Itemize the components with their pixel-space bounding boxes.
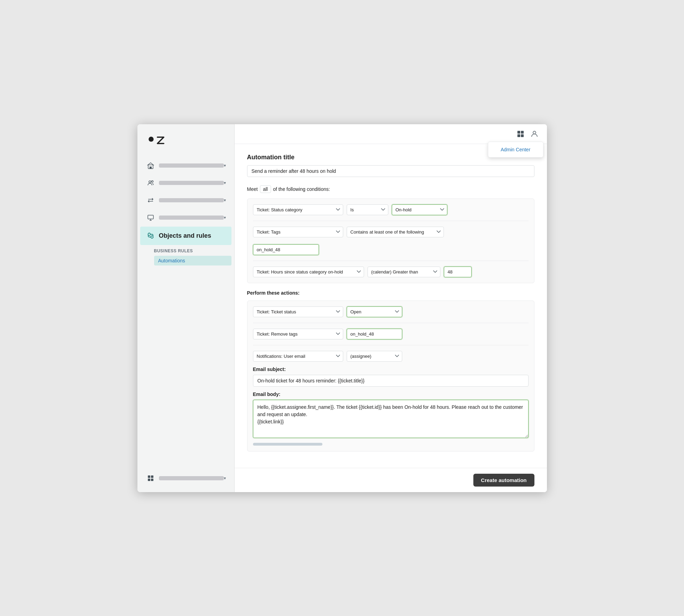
monitor-icon: [146, 213, 155, 222]
nav-label-bar: [159, 163, 224, 168]
sidebar-subnav: Business rules Automations: [137, 246, 234, 266]
bottom-bar: Create automation: [235, 468, 547, 492]
action-divider-2: [253, 345, 529, 345]
sidebar-subnav-automations[interactable]: Automations: [154, 256, 231, 265]
sidebar-item-workspaces[interactable]: ▾: [140, 209, 231, 226]
svg-rect-2: [150, 167, 152, 169]
condition-1-field[interactable]: Ticket: Status category: [253, 204, 343, 215]
building-icon: [146, 161, 155, 170]
email-body-label: Email body:: [253, 391, 529, 397]
svg-rect-9: [151, 475, 153, 478]
email-subject-label: Email subject:: [253, 366, 529, 372]
svg-rect-12: [517, 131, 520, 134]
create-automation-button[interactable]: Create automation: [473, 474, 534, 487]
action-1-field[interactable]: Ticket: Ticket status: [253, 306, 343, 317]
actions-header: Perform these actions:: [247, 290, 534, 296]
svg-rect-8: [148, 475, 150, 478]
scrollbar-placeholder: [253, 443, 322, 446]
conditions-all-badge[interactable]: all: [260, 185, 271, 193]
chevron-down-icon: ▾: [224, 215, 226, 220]
action-2-tag-input[interactable]: [347, 329, 402, 339]
condition-row-1: Ticket: Status category Is On-hold: [253, 204, 529, 215]
actions-block: Ticket: Ticket status Open Ticket: Remov…: [247, 301, 534, 452]
condition-divider-1: [253, 221, 529, 221]
sidebar-item-objects-rules[interactable]: Objects and rules: [140, 227, 231, 245]
condition-2-tag-input[interactable]: [253, 244, 319, 255]
action-1-value[interactable]: Open: [347, 306, 402, 317]
automation-title-input[interactable]: [247, 165, 534, 177]
form-area: Automation title Meet all of the followi…: [235, 144, 547, 468]
svg-rect-11: [151, 479, 153, 481]
svg-point-7: [151, 236, 153, 238]
svg-rect-14: [517, 134, 520, 137]
svg-point-16: [533, 131, 536, 134]
sidebar: ▾ ▾ ▾: [137, 124, 235, 492]
svg-rect-10: [148, 479, 150, 481]
apps-icon: [146, 473, 155, 483]
condition-2-tag-row: [253, 242, 529, 255]
condition-divider-2: [253, 261, 529, 261]
grid-icon: [517, 130, 524, 138]
chevron-down-icon: ▾: [224, 476, 226, 481]
chevron-down-icon: ▾: [224, 198, 226, 203]
action-3-field[interactable]: Notifications: User email: [253, 351, 343, 362]
sidebar-item-apps[interactable]: ▾: [140, 470, 231, 487]
nav-label-bar: [159, 476, 224, 480]
subnav-business-rules-header: Business rules: [154, 246, 231, 255]
email-body-textarea[interactable]: Hello, {{ticket.assignee.first_name}}. T…: [253, 400, 529, 438]
condition-3-operator[interactable]: (calendar) Greater than: [368, 267, 440, 277]
condition-row-2: Ticket: Tags Contains at least one of th…: [253, 227, 529, 237]
conditions-header-suffix: of the following conditions:: [273, 186, 330, 192]
nav-label-bar: [159, 216, 224, 220]
condition-3-field[interactable]: Ticket: Hours since status category on-h…: [253, 267, 364, 277]
topbar-icons: [515, 128, 540, 140]
zendesk-logo: [146, 135, 167, 149]
email-subject-input[interactable]: [253, 375, 529, 387]
arrows-icon: [146, 195, 155, 205]
action-2-field[interactable]: Ticket: Remove tags: [253, 329, 343, 339]
action-row-3: Notifications: User email (assignee): [253, 351, 529, 362]
sidebar-item-users[interactable]: ▾: [140, 175, 231, 191]
main-content: Admin Center Automation title Meet all o…: [235, 124, 547, 492]
svg-rect-13: [521, 131, 524, 134]
conditions-header-prefix: Meet: [247, 186, 258, 192]
action-row-2: Ticket: Remove tags: [253, 329, 529, 339]
svg-rect-5: [148, 215, 153, 219]
user-icon-button[interactable]: [529, 128, 540, 140]
sidebar-item-home[interactable]: ▾: [140, 157, 231, 174]
nav-label-bar: [159, 198, 224, 202]
chevron-down-icon: ▾: [224, 180, 226, 185]
admin-center-dropdown: Admin Center: [488, 142, 543, 158]
user-icon: [530, 130, 539, 138]
sidebar-item-channels[interactable]: ▾: [140, 192, 231, 209]
topbar: Admin Center: [235, 124, 547, 144]
sidebar-logo: [137, 128, 234, 157]
conditions-block: Ticket: Status category Is On-hold Ticke…: [247, 199, 534, 283]
condition-1-operator[interactable]: Is: [347, 204, 388, 215]
chevron-down-icon: ▾: [224, 163, 226, 168]
svg-point-4: [151, 180, 153, 182]
svg-rect-15: [521, 134, 524, 137]
condition-row-3: Ticket: Hours since status category on-h…: [253, 267, 529, 277]
condition-2-field[interactable]: Ticket: Tags: [253, 227, 343, 237]
action-3-value[interactable]: (assignee): [347, 351, 402, 362]
objects-rules-icon: [146, 231, 155, 241]
admin-center-link[interactable]: Admin Center: [488, 144, 543, 155]
condition-2-operator[interactable]: Contains at least one of the following: [347, 227, 444, 237]
action-row-1: Ticket: Ticket status Open: [253, 306, 529, 317]
svg-point-3: [149, 181, 151, 183]
condition-3-value-input[interactable]: [444, 267, 472, 277]
conditions-header: Meet all of the following conditions:: [247, 185, 534, 193]
objects-rules-label: Objects and rules: [155, 230, 211, 242]
action-divider-1: [253, 323, 529, 323]
sidebar-nav: ▾ ▾ ▾: [137, 157, 234, 492]
grid-icon-button[interactable]: [515, 128, 526, 140]
users-icon: [146, 178, 155, 188]
svg-rect-0: [149, 136, 154, 142]
condition-1-value[interactable]: On-hold: [392, 204, 447, 215]
nav-label-bar: [159, 181, 224, 185]
